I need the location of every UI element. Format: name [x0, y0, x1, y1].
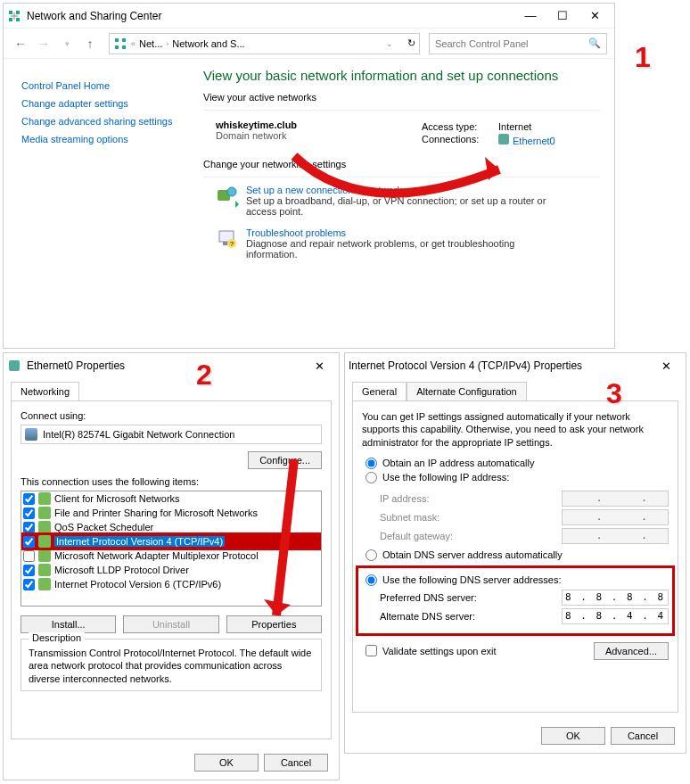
configure-button[interactable]: Configure... [248, 451, 322, 469]
dns-auto-label: Obtain DNS server address automatically [382, 549, 563, 560]
protocol-checkbox[interactable] [23, 493, 35, 505]
setup-connection-icon [216, 185, 239, 208]
validate-checkbox[interactable] [366, 645, 377, 656]
preferred-dns-input[interactable] [562, 590, 669, 606]
protocol-item[interactable]: Microsoft LLDP Protocol Driver [21, 563, 321, 577]
media-streaming-link[interactable]: Media streaming options [21, 134, 196, 144]
ip-auto-radio[interactable] [366, 458, 377, 469]
cancel-button[interactable]: Cancel [264, 754, 328, 772]
svg-rect-3 [16, 18, 20, 21]
protocol-item[interactable]: Microsoft Network Adapter Multiplexor Pr… [21, 549, 321, 563]
protocol-checkbox[interactable] [23, 550, 35, 562]
protocol-icon [38, 507, 51, 519]
ip-auto-label: Obtain an IP address automatically [382, 458, 534, 468]
back-button[interactable]: ← [11, 34, 30, 54]
protocol-icon [38, 578, 51, 590]
description-label: Description [29, 632, 85, 643]
access-type-value: Internet [498, 121, 531, 132]
nic-icon [25, 428, 37, 441]
protocol-item[interactable]: Internet Protocol Version 4 (TCP/IPv4) [21, 534, 321, 549]
svg-rect-18 [9, 360, 20, 371]
control-panel-home-link[interactable]: Control Panel Home [21, 80, 196, 91]
tab-alternate[interactable]: Alternate Configuration [407, 382, 527, 400]
breadcrumb-seg[interactable]: Network and S... [172, 38, 244, 49]
advanced-sharing-link[interactable]: Change advanced sharing settings [21, 116, 196, 127]
protocol-icon [38, 549, 51, 562]
window-title: Internet Protocol Version 4 (TCP/IPv4) P… [349, 359, 650, 372]
alternate-dns-input[interactable] [562, 608, 669, 624]
protocol-item[interactable]: Client for Microsoft Networks [21, 491, 321, 506]
protocol-label: Internet Protocol Version 6 (TCP/IPv6) [54, 579, 221, 590]
chevron-left-icon: « [131, 39, 136, 48]
setup-connection-link[interactable]: Set up a new connection or network [246, 185, 567, 195]
dns-manual-label: Use the following DNS server addresses: [382, 574, 562, 585]
protocol-icon [38, 535, 51, 548]
ethernet-properties-window: Ethernet0 Properties ✕ Networking Connec… [3, 352, 340, 780]
refresh-icon[interactable]: ↻ [407, 37, 415, 49]
tab-networking[interactable]: Networking [11, 382, 79, 400]
svg-point-11 [227, 187, 236, 196]
svg-rect-9 [122, 45, 126, 49]
ethernet-icon [7, 359, 21, 373]
protocol-checkbox[interactable] [23, 522, 35, 533]
protocol-checkbox[interactable] [23, 508, 35, 519]
protocol-checkbox[interactable] [23, 536, 35, 548]
subnet-label: Subnet mask: [380, 512, 562, 523]
ethernet-link[interactable]: Ethernet0 [498, 134, 555, 146]
ip-address-input [562, 491, 669, 507]
protocol-checkbox[interactable] [23, 565, 35, 576]
recent-dropdown[interactable]: ▾ [57, 34, 77, 54]
up-button[interactable]: ↑ [80, 34, 100, 54]
minimize-button[interactable]: — [514, 4, 546, 29]
maximize-button[interactable]: ☐ [546, 4, 579, 29]
protocol-icon [38, 492, 51, 505]
svg-rect-0 [9, 11, 12, 14]
protocol-list[interactable]: Client for Microsoft NetworksFile and Pr… [21, 491, 322, 607]
properties-button[interactable]: Properties [226, 615, 322, 633]
ip-manual-label: Use the following IP address: [382, 472, 509, 483]
protocol-item[interactable]: QoS Packet Scheduler [21, 520, 321, 534]
setup-connection-desc: Set up a broadband, dial-up, or VPN conn… [246, 195, 567, 217]
page-heading: View your basic network information and … [203, 68, 600, 83]
annotation-number-1: 1 [635, 41, 651, 74]
ok-button[interactable]: OK [541, 727, 605, 745]
uninstall-button[interactable]: Uninstall [123, 615, 218, 633]
search-input[interactable] [435, 38, 588, 49]
protocol-label: Internet Protocol Version 4 (TCP/IPv4) [54, 536, 225, 547]
protocol-checkbox[interactable] [23, 579, 35, 590]
breadcrumb[interactable]: « Net... › Network and S... ⌄ ↻ [109, 33, 420, 54]
breadcrumb-seg[interactable]: Net... [139, 38, 162, 49]
svg-marker-12 [235, 201, 239, 208]
close-button[interactable]: ✕ [579, 4, 611, 29]
dns-auto-radio[interactable] [366, 549, 377, 561]
troubleshoot-link[interactable]: Troubleshoot problems [246, 227, 567, 238]
search-icon[interactable]: 🔍 [588, 37, 601, 49]
close-button[interactable]: ✕ [303, 353, 335, 378]
protocol-label: Client for Microsoft Networks [54, 493, 180, 504]
protocol-label: QoS Packet Scheduler [54, 522, 153, 532]
svg-rect-2 [9, 18, 12, 21]
cancel-button[interactable]: Cancel [611, 727, 675, 745]
protocol-item[interactable]: File and Printer Sharing for Microsoft N… [21, 506, 321, 520]
change-adapter-link[interactable]: Change adapter settings [21, 98, 196, 109]
ip-manual-radio[interactable] [366, 472, 377, 483]
search-box[interactable]: 🔍 [429, 33, 607, 54]
subnet-input [562, 509, 669, 525]
tab-general[interactable]: General [352, 382, 407, 400]
protocol-label: Microsoft Network Adapter Multiplexor Pr… [54, 550, 259, 561]
svg-text:?: ? [230, 240, 234, 248]
svg-rect-7 [122, 38, 126, 42]
advanced-button[interactable]: Advanced... [594, 642, 669, 660]
forward-button[interactable]: → [34, 34, 53, 54]
close-button[interactable]: ✕ [650, 353, 682, 378]
ok-button[interactable]: OK [194, 754, 259, 772]
protocol-item[interactable]: Internet Protocol Version 6 (TCP/IPv6) [21, 577, 321, 591]
access-type-label: Access type: [422, 121, 493, 132]
navbar: ← → ▾ ↑ « Net... › Network and S... ⌄ ↻ … [4, 29, 614, 59]
connections-label: Connections: [422, 134, 493, 146]
install-button[interactable]: Install... [21, 615, 116, 633]
network-center-icon [113, 37, 127, 51]
chevron-down-icon[interactable]: ⌄ [386, 39, 393, 48]
dns-manual-radio[interactable] [366, 574, 377, 586]
dns-highlight-box: Use the following DNS server addresses: … [358, 568, 672, 633]
